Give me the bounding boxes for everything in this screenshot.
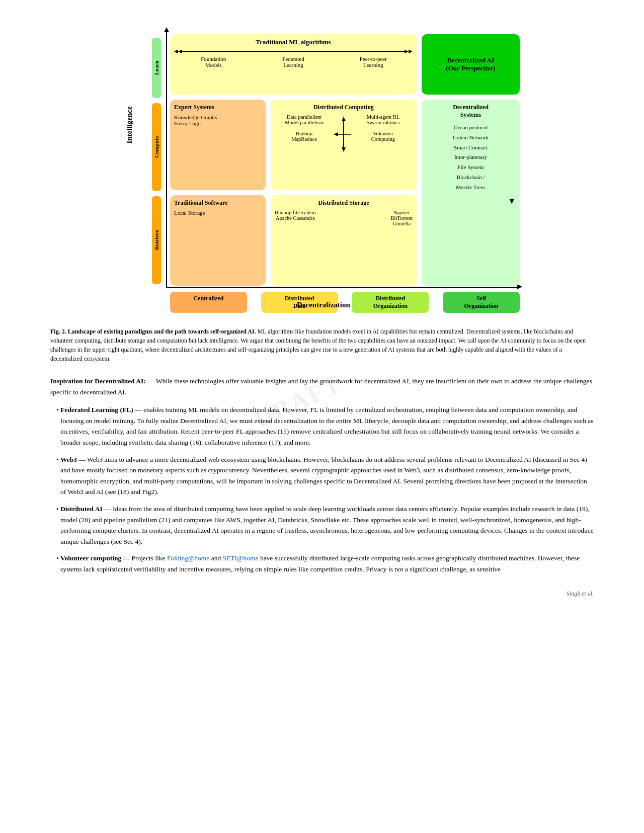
expert-item-kg: Knowledge Graphs [174,114,262,120]
arrow-right-icon: ▶ [405,48,413,54]
decent-sys-ocean: Ocean protocol [426,123,516,133]
link-seti-at-home[interactable]: SETI@home [223,554,259,562]
figure-2: Intelligence Learn Compute Retrieve Trad… [40,20,604,312]
bullet-web3-term: Web3 [60,456,77,463]
label-distributed-org: DistributedOrganization [352,292,429,313]
dist-compute-left: Data parallelismModel parallelismHadoopM… [275,114,334,154]
figure-caption-bold: Landscape of existing paradigms and the … [68,328,256,335]
inspiration-paragraph: Inspiration for Decentralized AI: While … [50,376,594,397]
dist-compute-items: Data parallelismModel parallelismHadoopM… [275,114,413,154]
bullet-volunteer-and: and [211,554,223,562]
label-centralized: Centralized [170,292,247,313]
decent-sys-golem: Golem Network [426,133,516,143]
trad-ml-item-federated: FederatedLearning [254,56,333,68]
intel-learn-label: Learn [152,38,161,98]
bullet-dist-ai-text: — Ideas from the area of distributed com… [60,505,594,545]
intel-retrieve-label: Retrieve [152,196,161,284]
bullet-dist-ai-term: Distributed AI [60,505,103,513]
trad-ml-title: Traditional ML algorithms [174,38,413,46]
decent-sys-arrow: ▼ [426,197,516,206]
expert-item-fuzzy: Fuzzy Logic [174,120,262,126]
link-folding-at-home[interactable]: Folding@home [167,554,209,562]
dist-storage-title: Distributed Storage [275,199,413,207]
bullet-federated-text: — enables training ML models on decentra… [60,406,594,446]
decent-sys-title: DecentralizedSystems [426,104,516,119]
y-axis-label: Intelligence [125,106,134,143]
decent-sys-blockchain: Blockchain /Merkle Trees [426,173,516,193]
dist-storage-items: Hadoop file systemApache Cassandra Napst… [275,210,413,226]
page-footer: Singh et al. [50,590,594,598]
trad-ml-item-foundation: FoundationModels [174,56,253,68]
expert-systems-title: Expert Systems [174,104,262,111]
cross-arrows-container [334,114,354,154]
trad-sw-title: Traditional Software [174,199,262,207]
dist-compute-title: Distributed Computing [275,104,413,111]
bullet-volunteer-text: — Projects like [123,554,167,562]
cell-traditional-ml: Traditional ML algorithms ◀ ▶ Foundation… [170,34,417,95]
cell-decentralized-ai: Decentralized AI(Our Perspective) [422,34,520,95]
bullet-volunteer: Volunteer computing — Projects like Fold… [60,553,594,574]
cell-distributed-computing: Distributed Computing Data parallelismMo… [271,100,417,190]
chart-diagram: Intelligence Learn Compute Retrieve Trad… [106,20,538,312]
cell-distributed-storage: Distributed Storage Hadoop file systemAp… [271,195,417,286]
decent-sys-ipfs: Inter-planetaryFile System [426,152,516,173]
decent-sys-smart: Smart Contract [426,143,516,153]
cell-decentralized-systems: DecentralizedSystems Ocean protocol Gole… [422,100,520,286]
body-text: Inspiration for Decentralized AI: While … [50,376,594,575]
decent-ai-title: Decentralized AI(Our Perspective) [446,56,495,72]
trad-sw-local: Local Storage [174,210,262,216]
dist-storage-right: NapsterBitTorrentGnutella [390,210,413,226]
bullet-web3-text: — Web3 aims to advance a more decentrali… [60,456,587,496]
bullet-list: Federated Learning (FL) — enables traini… [60,404,594,574]
label-self-org: SelfOrganization [443,292,520,313]
trad-ml-item-peer: Peer-to-peerLearning [334,56,413,68]
trad-ml-arrow: ◀ ▶ [174,48,413,54]
bullet-volunteer-term: Volunteer computing [60,554,121,562]
decent-sys-items: Ocean protocol Golem Network Smart Contr… [426,123,516,193]
figure-caption: Fig. 2. Landscape of existing paradigms … [50,327,594,363]
cross-arrows-svg [334,114,354,154]
svg-marker-5 [334,132,338,136]
dist-compute-right: Multi-agent RLSwarm roboticsVolunteerCom… [354,114,413,154]
x-axis-arrow [517,284,522,289]
intel-compute-label: Compute [152,103,161,191]
trad-ml-items: FoundationModels FederatedLearning Peer-… [174,56,413,68]
trad-sw-items: Local Storage [174,210,262,216]
arrow-left-icon: ◀ [174,48,182,54]
bullet-distributed-ai: Distributed AI — Ideas from the area of … [60,504,594,547]
dist-storage-left: Hadoop file systemApache Cassandra [275,210,316,226]
x-axis [166,287,518,288]
y-axis-arrow [164,27,169,32]
svg-marker-3 [342,147,346,152]
y-axis [166,30,167,287]
bullet-federated: Federated Learning (FL) — enables traini… [60,404,594,448]
arrow-line [182,51,405,52]
expert-systems-items: Knowledge Graphs Fuzzy Logic [174,114,262,126]
bullet-federated-term: Federated Learning (FL) [60,406,133,413]
x-axis-label: Decentralization [297,301,350,309]
cell-traditional-software: Traditional Software Local Storage [170,195,266,286]
bullet-web3: Web3 — Web3 aims to advance a more decen… [60,454,594,497]
cell-expert-systems: Expert Systems Knowledge Graphs Fuzzy Lo… [170,100,266,190]
figure-label: Fig. 2. [50,328,66,335]
inspiration-heading: Inspiration for Decentralized AI: [50,377,146,385]
